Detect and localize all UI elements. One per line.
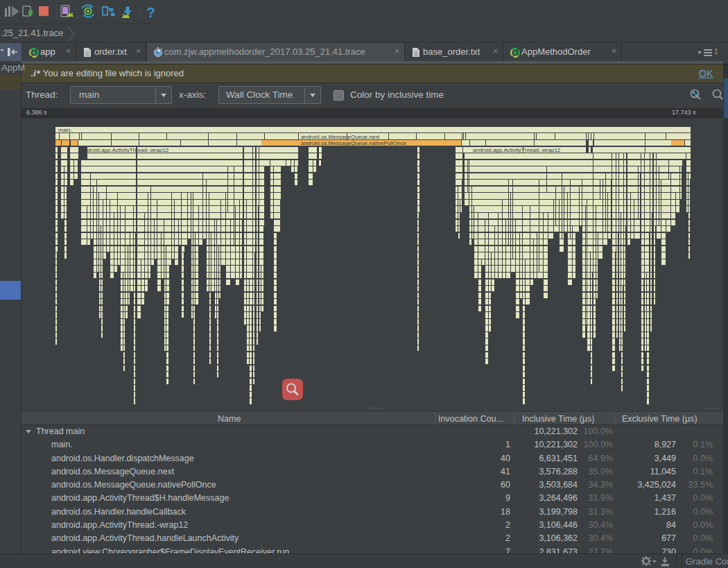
svg-text:android.app.ActivityThread.-wr: android.app.ActivityThread.-wrap12 bbox=[81, 147, 169, 153]
svg-text:android.os.MessageQueue.next: android.os.MessageQueue.next bbox=[301, 134, 380, 140]
svg-text:android.os.MessageQueue.native: android.os.MessageQueue.nativePollOnce bbox=[301, 140, 407, 146]
svg-text:main.: main. bbox=[58, 127, 72, 133]
svg-text:android.app.ActivityThread.-wr: android.app.ActivityThread.-wrap12 bbox=[473, 147, 561, 153]
svg-text:?: ? bbox=[146, 4, 155, 20]
